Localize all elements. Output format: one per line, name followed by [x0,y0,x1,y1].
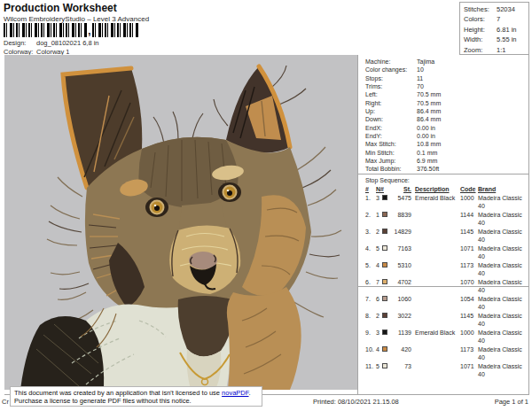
col-brand: Brand [478,185,528,194]
stop-row-brand: Madeira Classic 40 [478,244,528,261]
machine-label: EndX: [365,124,417,132]
app-subtitle: Wilcom EmbroideryStudio – Level 3 Advanc… [4,15,149,23]
stop-row-stitches: 5310 [392,261,413,278]
stop-row-needle: 2 [376,228,382,244]
stop-row-needle: 3 [376,329,382,345]
machine-value: Tajima [417,58,434,66]
barcode-bars-left [4,23,87,37]
stop-row-brand: Madeira Classic 40 [478,345,528,362]
thread-color-swatch [382,295,392,312]
stop-row-description [413,228,460,244]
col-num: # [365,185,376,194]
machine-label: Machine: [365,58,417,66]
machine-row: Up: 86.4 mm [365,107,528,115]
stop-row-description [413,295,460,312]
stop-row-description: Emerald Black [413,194,460,211]
machine-label: Up: [365,107,417,115]
stop-row-brand: Madeira Classic 40 [478,329,528,345]
barcode-bars-right [92,23,138,37]
machine-row: Max Jump: 6.9 mm [365,157,528,165]
stop-row-brand: Madeira Classic 40 [478,211,528,228]
col-description: Description [413,185,460,194]
notice-text-1: This document was created by an applicat… [14,389,222,397]
machine-row: Machine: Tajima [365,58,528,66]
stop-row-code: 1000 [460,194,478,211]
stat-label: Colors: [464,14,497,24]
machine-value: 86.4 mm [417,115,441,123]
stop-sequence-table: 1. 3 5475 Emerald Black 1000 Madeira Cla… [365,194,528,379]
stop-sequence-title: Stop Sequence: [365,176,528,185]
stat-row: Stitches: 52034 [464,4,528,14]
machine-value: 10 [417,66,424,74]
stop-row-stitches: 73 [392,362,413,379]
machine-row: Down: 86.4 mm [365,115,528,123]
stop-row-brand: Madeira Classic 40 [478,261,528,278]
notice-text-period: . [249,389,251,397]
production-worksheet-page: Production Worksheet Wilcom EmbroiderySt… [0,0,532,411]
stat-label: Height: [464,25,497,35]
machine-label: Left: [365,90,417,98]
machine-row: Min Stitch: 0.1 mm [365,149,528,157]
thread-color-swatch [382,278,392,295]
machine-settings: Machine: Tajima Color changes: 10 Stops:… [358,55,528,174]
stop-row-stitches: 8839 [392,211,413,228]
stop-row-code: 1145 [460,228,478,244]
stop-row-stitches: 14829 [392,228,413,244]
novapdf-link[interactable]: novaPDF [222,389,248,397]
stat-row: Height: 6.81 in [464,25,528,35]
stop-row-brand: Madeira Classic 40 [478,295,528,312]
stop-row-code: 1070 [460,278,478,295]
stop-row-code: 1145 [460,312,478,329]
machine-row: Stops: 11 [365,74,528,82]
stat-row: Colors: 7 [464,14,528,24]
footer-left-text: Cr [2,398,9,406]
stop-sequence-header: # N# St. Description Code Brand [365,185,528,194]
stop-row-needle: 4 [376,345,382,362]
stop-row-description [413,362,460,379]
stat-value: 6.81 in [497,25,517,35]
stop-row-num: 4. [365,244,376,261]
stop-row-description [413,278,460,295]
dog-embroidery-image [4,55,357,390]
stop-row-code: 1173 [460,345,478,362]
design-value: dog_08102021 6,8 in [36,39,99,47]
stat-row: Zoom: 1:1 [464,45,528,55]
stop-row-brand: Madeira Classic 40 [478,312,528,329]
stop-row-num: 1. [365,194,376,211]
stop-row-code: 1144 [460,211,478,228]
machine-value: 6.9 mm [417,157,437,165]
machine-label: Down: [365,115,417,123]
stop-row-code: 1000 [460,329,478,345]
stop-row-description [413,312,460,329]
stop-row-brand: Madeira Classic 40 [478,278,528,295]
notice-text-2: Purchase a license to generate PDF files… [14,397,192,405]
machine-value: 86.4 mm [417,107,441,115]
machine-value: 70.5 mm [417,99,441,107]
stop-row-code: 1071 [460,362,478,379]
stop-row-code: 1071 [460,244,478,261]
machine-value: 376.50ft [417,165,439,173]
machine-label: Stops: [365,74,417,82]
machine-label: Color changes: [365,66,417,74]
stop-row-needle: 1 [376,211,382,228]
stop-row-description: Emerald Black [413,329,460,345]
thread-color-swatch [382,261,392,278]
machine-value: 0.00 in [417,132,435,140]
stop-row-stitches: 5475 [392,194,413,211]
stat-label: Stitches: [464,4,497,14]
stat-value: 52034 [497,4,515,14]
thread-color-swatch [382,194,392,211]
stat-value: 7 [497,14,500,24]
col-stitches: St. [392,185,413,194]
design-row: Design: dog_08102021 6,8 in [4,39,99,47]
stop-row-needle: 6 [376,295,382,312]
machine-label: Right: [365,99,417,107]
design-preview-area [4,55,357,390]
stop-row-num: 10. [365,345,376,362]
machine-row: EndX: 0.00 in [365,124,528,132]
col-swatch [382,185,392,194]
machine-value: 0.00 in [417,124,435,132]
machine-row: Left: 70.5 mm [365,90,528,98]
stop-row-description [413,261,460,278]
stop-row-stitches: 4702 [392,278,413,295]
